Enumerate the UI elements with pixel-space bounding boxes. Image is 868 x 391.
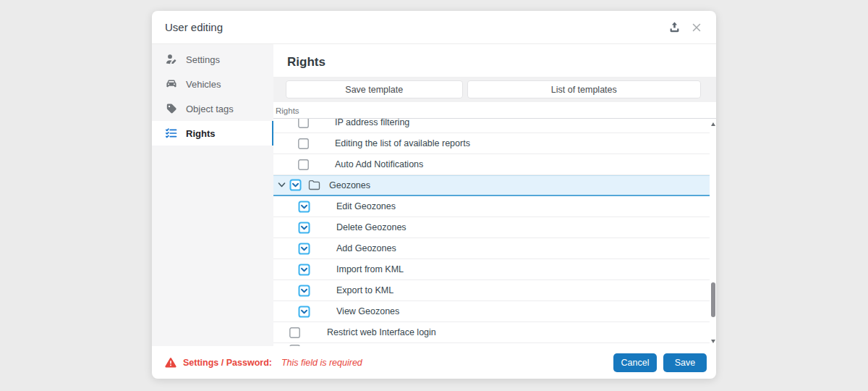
- sidebar-item-label: Object tags: [186, 104, 234, 114]
- modal-body: Settings Vehicles Object tags Rights: [152, 44, 716, 346]
- row-label: Edit Geozones: [336, 201, 396, 211]
- row-checkbox[interactable]: [298, 159, 309, 170]
- row-label: Export to KML: [336, 285, 393, 295]
- car-icon: [165, 77, 178, 91]
- rights-row[interactable]: Auto Add Notifications: [273, 154, 710, 175]
- sidebar: Settings Vehicles Object tags Rights: [152, 44, 273, 346]
- row-checkbox[interactable]: [298, 222, 310, 234]
- rights-row[interactable]: Edit Geozones: [273, 196, 710, 217]
- row-checkbox[interactable]: [289, 179, 302, 191]
- save-button[interactable]: Save: [663, 353, 707, 372]
- row-checkbox[interactable]: [289, 345, 300, 346]
- template-toolbar: Save template List of templates: [273, 77, 716, 102]
- rights-group-row[interactable]: Geozones: [273, 175, 710, 196]
- modal-header: User editing: [152, 11, 716, 44]
- row-checkbox[interactable]: [298, 118, 309, 128]
- rights-row[interactable]: View Geozones: [273, 301, 710, 322]
- rights-row[interactable]: [273, 343, 710, 346]
- row-checkbox[interactable]: [298, 243, 310, 255]
- row-label: Editing the list of available reports: [335, 138, 470, 148]
- scrollbar-down-arrow-icon[interactable]: [711, 340, 715, 343]
- chevron-down-icon[interactable]: [277, 180, 286, 190]
- scrollbar-up-arrow-icon[interactable]: [711, 122, 715, 126]
- footer-buttons: Cancel Save: [613, 353, 707, 372]
- rights-row[interactable]: Import from KML: [273, 259, 710, 280]
- row-checkbox[interactable]: [298, 285, 310, 297]
- row-checkbox[interactable]: [298, 138, 309, 149]
- sidebar-item-settings[interactable]: Settings: [152, 47, 273, 72]
- row-checkbox[interactable]: [298, 306, 310, 318]
- rights-row[interactable]: Export to KML: [273, 280, 710, 301]
- modal-title: User editing: [165, 21, 223, 33]
- cancel-button[interactable]: Cancel: [613, 353, 657, 372]
- row-label: Auto Add Notifications: [335, 159, 423, 169]
- error-message: This field is required: [281, 358, 362, 368]
- row-checkbox[interactable]: [298, 201, 310, 213]
- row-label: Geozones: [329, 180, 370, 190]
- sidebar-item-label: Settings: [186, 54, 220, 65]
- row-checkbox[interactable]: [298, 264, 310, 276]
- sidebar-item-vehicles[interactable]: Vehicles: [152, 72, 273, 96]
- row-label: Delete Geozones: [336, 222, 407, 232]
- row-checkbox[interactable]: [289, 327, 300, 338]
- save-template-button[interactable]: Save template: [286, 80, 463, 98]
- warning-icon: [165, 357, 176, 368]
- user-edit-icon: [165, 53, 178, 66]
- rights-row[interactable]: Delete Geozones: [273, 217, 710, 238]
- row-label: Add Geozones: [336, 243, 396, 253]
- scrollbar-thumb[interactable]: [711, 282, 715, 317]
- list-of-templates-button[interactable]: List of templates: [467, 80, 701, 98]
- row-label: View Geozones: [336, 306, 399, 316]
- upload-icon[interactable]: [668, 21, 681, 33]
- validation-error: Settings / Password: This field is requi…: [165, 357, 362, 368]
- user-editing-modal: User editing Settings Vehicles: [152, 11, 716, 379]
- rights-panel: Rights Save template List of templates R…: [273, 44, 716, 346]
- rights-row[interactable]: IP address filtering: [273, 118, 710, 133]
- rights-list: IP address filteringEditing the list of …: [273, 118, 716, 346]
- rights-row[interactable]: Restrict web Interface login: [273, 322, 710, 343]
- sidebar-item-object-tags[interactable]: Object tags: [152, 96, 273, 121]
- header-actions: [668, 21, 702, 33]
- tag-icon: [165, 102, 178, 115]
- modal-footer: Settings / Password: This field is requi…: [152, 346, 716, 379]
- rights-row[interactable]: Editing the list of available reports: [273, 133, 710, 154]
- rights-rows: IP address filteringEditing the list of …: [273, 118, 710, 346]
- folder-icon: [308, 180, 320, 190]
- row-label: IP address filtering: [335, 118, 409, 127]
- sidebar-item-label: Vehicles: [186, 79, 221, 90]
- sidebar-item-rights[interactable]: Rights: [152, 121, 273, 146]
- row-label: Import from KML: [336, 264, 404, 274]
- row-label: Restrict web Interface login: [327, 327, 436, 337]
- error-field-label: Settings / Password:: [183, 358, 272, 368]
- rights-list-label: Rights: [276, 106, 716, 115]
- close-icon[interactable]: [692, 22, 702, 33]
- checklist-icon: [165, 127, 178, 140]
- vertical-scrollbar[interactable]: [710, 119, 716, 346]
- rights-heading: Rights: [287, 55, 716, 70]
- sidebar-item-label: Rights: [186, 128, 215, 139]
- rights-row[interactable]: Add Geozones: [273, 238, 710, 259]
